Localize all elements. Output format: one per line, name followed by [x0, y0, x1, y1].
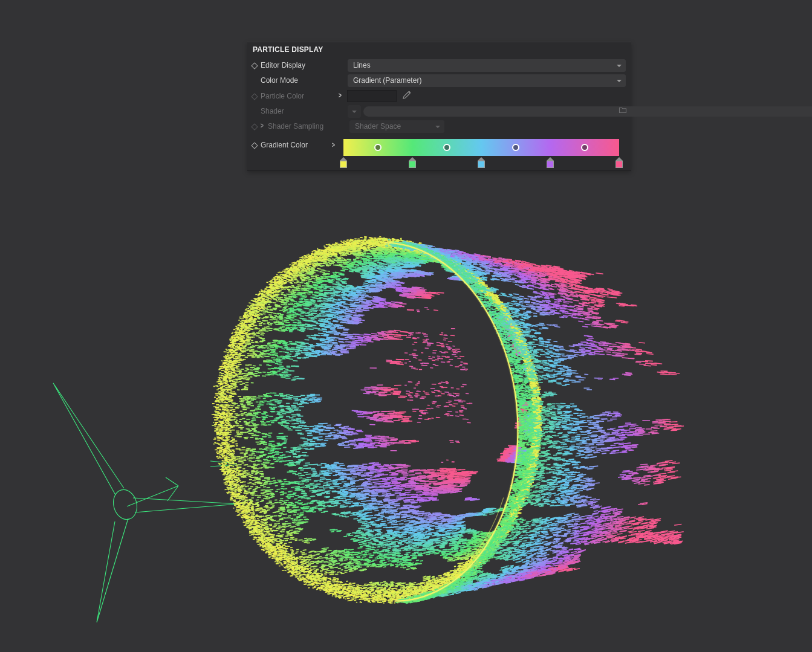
gradient-midpoint-handle[interactable]	[374, 144, 382, 151]
keyframe-diamond-icon[interactable]	[251, 62, 258, 69]
gradient-knot[interactable]	[340, 157, 348, 168]
gradient-knot[interactable]	[547, 157, 554, 168]
row-shader-sampling: > Shader Sampling Shader Space	[247, 119, 631, 134]
keyframe-diamond-icon[interactable]	[251, 142, 258, 149]
particle-color-label: Particle Color	[261, 92, 304, 100]
particle-color-swatch[interactable]	[347, 90, 397, 102]
row-particle-color: Particle Color >	[247, 89, 631, 104]
editor-display-label: Editor Display	[261, 61, 305, 69]
gradient-midpoint-handle[interactable]	[581, 144, 588, 151]
particle-display-panel: PARTICLE DISPLAY Editor Display Lines Co…	[247, 42, 631, 171]
editor-display-value: Lines	[353, 61, 371, 69]
chevron-down-icon	[617, 80, 622, 82]
eyedropper-icon[interactable]	[401, 89, 412, 100]
row-shader: Shader	[247, 104, 631, 119]
shader-label: Shader	[261, 107, 284, 115]
shader-link-field[interactable]	[363, 106, 812, 117]
shader-space-value: Shader Space	[355, 122, 401, 131]
expand-chevron-icon[interactable]: >	[339, 91, 342, 100]
gradient-midpoint-handle[interactable]	[443, 144, 450, 151]
row-editor-display: Editor Display Lines	[247, 58, 631, 73]
gradient-knot[interactable]	[409, 157, 417, 168]
color-mode-dropdown[interactable]: Gradient (Parameter)	[348, 74, 626, 87]
row-color-mode: Color Mode Gradient (Parameter)	[247, 73, 631, 88]
keyframe-diamond-icon[interactable]	[251, 123, 258, 130]
gradient-bar[interactable]	[343, 139, 619, 156]
chevron-down-icon	[435, 126, 440, 128]
gradient-color-label: Gradient Color	[261, 141, 308, 149]
gradient-midpoint-handle[interactable]	[512, 144, 519, 151]
chevron-down-icon	[617, 65, 622, 67]
color-mode-value: Gradient (Parameter)	[353, 76, 421, 85]
expand-chevron-icon[interactable]: >	[332, 141, 335, 149]
chevron-down-icon	[352, 111, 357, 113]
browse-folder-icon[interactable]	[619, 106, 627, 114]
shader-type-dropdown[interactable]	[348, 105, 361, 118]
color-mode-label: Color Mode	[261, 76, 298, 85]
shader-space-dropdown[interactable]: Shader Space	[349, 120, 444, 133]
gradient-knot[interactable]	[478, 157, 486, 168]
panel-title: PARTICLE DISPLAY	[253, 45, 323, 54]
shader-sampling-label: Shader Sampling	[268, 122, 323, 131]
editor-display-dropdown[interactable]: Lines	[348, 59, 626, 72]
expand-group-chevron-icon[interactable]: >	[261, 121, 264, 130]
application-window: PARTICLE DISPLAY Editor Display Lines Co…	[0, 0, 812, 652]
gradient-knot[interactable]	[615, 157, 623, 168]
keyframe-diamond-icon[interactable]	[251, 93, 258, 100]
